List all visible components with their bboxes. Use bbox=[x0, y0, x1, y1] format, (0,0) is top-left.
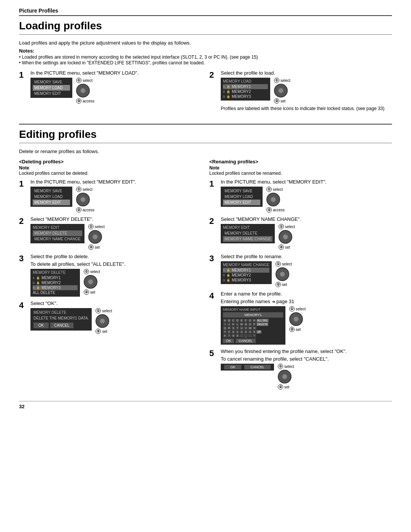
notes-label: Notes: bbox=[19, 48, 392, 54]
rename-step2-menu: MEMORY EDIT MEMORY DELETE MEMORY NAME CH… bbox=[221, 224, 275, 243]
loading-step1-menu-row: MEMORY SAVE MEMORY LOAD MEMORY EDIT ① se… bbox=[30, 78, 202, 104]
rs5-ok-btn[interactable]: OK bbox=[224, 365, 241, 369]
delete-step3: 3 Select the profile to delete. To delet… bbox=[19, 254, 202, 297]
rs2-delete: MEMORY DELETE bbox=[223, 230, 272, 236]
delete-step2-ctrl: ①select ②set bbox=[88, 224, 105, 250]
page-number: 32 bbox=[19, 401, 392, 409]
ds2-name: MEMORY NAME CHANGE bbox=[33, 236, 82, 242]
loading-steps: 1 In the PICTURE menu, select "MEMORY LO… bbox=[19, 70, 392, 117]
loading-step1: 1 In the PICTURE menu, select "MEMORY LO… bbox=[19, 70, 202, 104]
ds3-m1: 1. 🔒MEMORY1 bbox=[33, 275, 78, 280]
delete-step4: 4 Select "OK". MEMORY DELETE DELETE THE … bbox=[19, 300, 202, 334]
delete-step1: 1 In the PICTURE menu, select "MEMORY ED… bbox=[19, 179, 202, 212]
rename-step3-content: Select the profile to rename. MEMORY NAM… bbox=[221, 254, 392, 287]
delete-step2-num: 2 bbox=[19, 216, 27, 225]
loading-step2-number: 2 bbox=[209, 70, 218, 79]
rename-step3-num: 3 bbox=[209, 254, 218, 263]
delete-step2: 2 Select "MEMORY DELETE". MEMORY EDIT ME… bbox=[19, 216, 202, 250]
ds3-m2: 2. 🔒MEMORY2 bbox=[33, 280, 78, 285]
loading-step1-content: In the PICTURE menu, select "MEMORY LOAD… bbox=[30, 70, 202, 104]
loading-step1-menu: MEMORY SAVE MEMORY LOAD MEMORY EDIT bbox=[30, 78, 72, 98]
memory-item-3: 3. 🔒 MEMORY3 bbox=[223, 94, 268, 99]
ctrl-dial-2 bbox=[274, 84, 288, 97]
ctrl-label-access: ② access bbox=[76, 98, 94, 104]
rename-step3: 3 Select the profile to rename. MEMORY N… bbox=[209, 254, 392, 287]
delete-step4-dialog: MEMORY DELETE DELETE THE MEMORY1 DATA. O… bbox=[30, 308, 92, 331]
editing-profiles-title: Editing profiles bbox=[19, 128, 392, 143]
loading-step1-ctrl: ① select ② access bbox=[76, 78, 94, 104]
rs5-cancel-btn[interactable]: CANCEL bbox=[244, 365, 271, 369]
memory-item-1: 1. 🔒 MEMORY1 bbox=[223, 84, 268, 89]
rename-step1-ctrl: ①select ②access bbox=[266, 187, 285, 212]
rename-step1-menu: MEMORY SAVE MEMORY LOAD MEMORY EDIT bbox=[221, 187, 263, 207]
delete-step3-num: 3 bbox=[19, 254, 27, 263]
memory-load-title: MEMORY LOAD bbox=[223, 79, 268, 83]
ds1-edit: MEMORY EDIT bbox=[33, 200, 70, 205]
delete-step4-ctrl: ①select ②set bbox=[96, 308, 112, 334]
rename-step5-ctrl: ①select ②set bbox=[278, 364, 294, 390]
loading-step1-text: In the PICTURE menu, select "MEMORY LOAD… bbox=[30, 70, 202, 76]
ctrl-dial-rs4 bbox=[289, 312, 303, 326]
delete-step1-num: 1 bbox=[19, 179, 27, 188]
delete-step3-menu: MEMORY DELETE 1. 🔒MEMORY1 2. 🔒MEMORY2 3.… bbox=[30, 269, 80, 297]
rename-step1-menu-row: MEMORY SAVE MEMORY LOAD MEMORY EDIT ①sel… bbox=[221, 187, 392, 212]
rename-step5-menu-row: OK CANCEL ①select ②set bbox=[221, 364, 392, 390]
ctrl-label-select: ① select bbox=[76, 78, 92, 83]
menu-item-edit: MEMORY EDIT bbox=[33, 91, 70, 96]
ctrl-dial-ds4 bbox=[96, 314, 109, 328]
ds2-delete: MEMORY DELETE bbox=[33, 230, 82, 236]
rename-step1-text: In the PICTURE menu, select "MEMORY EDIT… bbox=[221, 179, 392, 185]
dialog-title: MEMORY DELETE bbox=[33, 310, 89, 315]
renaming-title: <Renaming profiles> bbox=[209, 159, 392, 165]
rename-step2-content: Select "MEMORY NAME CHANGE". MEMORY EDIT… bbox=[221, 216, 392, 250]
rename-step1: 1 In the PICTURE menu, select "MEMORY ED… bbox=[209, 179, 392, 212]
ctrl-dial-rs2 bbox=[279, 230, 292, 244]
keyboard-row-4: YZ012345 SP bbox=[223, 330, 283, 334]
renaming-note-label: Note bbox=[209, 165, 392, 171]
rs3-m2: 2. 🔒MEMORY2 bbox=[223, 273, 269, 278]
page-container: Picture Profiles Loading profiles Load p… bbox=[0, 0, 411, 425]
delete-step4-num: 4 bbox=[19, 300, 27, 310]
rs3-m3: 3. 🔒MEMORY3 bbox=[223, 278, 269, 283]
loading-step1-number: 1 bbox=[19, 70, 27, 79]
rename-step5-bar: OK CANCEL bbox=[221, 364, 274, 371]
delete-step3-ctrl: ①select ②set bbox=[84, 269, 100, 295]
rename-step4-ctrl: ①select ②set bbox=[289, 306, 306, 332]
rename-step2-menu-row: MEMORY EDIT MEMORY DELETE MEMORY NAME CH… bbox=[221, 224, 392, 250]
ds1-load: MEMORY LOAD bbox=[33, 194, 70, 200]
deleting-note: Locked profiles cannot be deleted. bbox=[19, 171, 202, 176]
editing-columns: <Deleting profiles> Note Locked profiles… bbox=[19, 159, 392, 393]
dialog-ok-btn[interactable]: OK bbox=[33, 323, 49, 328]
name-cancel-btn[interactable]: CANCEL bbox=[236, 339, 256, 343]
rename-step3-menu-row: MEMORY NAME CHANGE 1. 🔒MEMORY1 2. 🔒MEMOR… bbox=[221, 261, 392, 287]
name-input-btns: OK CANCEL bbox=[223, 339, 283, 343]
rename-step5-num: 5 bbox=[209, 348, 218, 358]
rename-step4: 4 Enter a name for the profile. Entering… bbox=[209, 291, 392, 345]
rs2-name: MEMORY NAME CHANGE bbox=[223, 236, 272, 242]
note-item-2: • When the settings are locked in "EXTEN… bbox=[19, 60, 392, 66]
keyboard-row-2: IJKLMNOP DELETE bbox=[223, 323, 283, 326]
deleting-note-label: Note bbox=[19, 165, 202, 171]
dialog-cancel-btn[interactable]: CANCEL bbox=[50, 323, 73, 328]
ds3-all: ALL DELETE bbox=[33, 290, 78, 295]
rename-step2-text: Select "MEMORY NAME CHANGE". bbox=[221, 216, 392, 222]
rename-step5: 5 When you finished entering the profile… bbox=[209, 348, 392, 390]
delete-step1-menu: MEMORY SAVE MEMORY LOAD MEMORY EDIT bbox=[30, 187, 72, 207]
rename-step4-num: 4 bbox=[209, 291, 218, 300]
loading-step2-text: Select the profile to load. bbox=[221, 70, 392, 76]
ctrl-dial-1 bbox=[76, 84, 90, 97]
name-ok-btn[interactable]: OK bbox=[223, 339, 234, 343]
delete-step3-text: Select the profile to delete. bbox=[30, 254, 202, 259]
delete-step1-content: In the PICTURE menu, select "MEMORY EDIT… bbox=[30, 179, 202, 212]
ds3-m3: 3. 🔒MEMORY3 bbox=[33, 285, 78, 290]
delete-step3-menu-row: MEMORY DELETE 1. 🔒MEMORY1 2. 🔒MEMORY2 3.… bbox=[30, 269, 202, 297]
rename-step4-text2: Entering profile names ➜ page 31 bbox=[221, 299, 392, 304]
rename-step1-content: In the PICTURE menu, select "MEMORY EDIT… bbox=[221, 179, 392, 212]
delete-step3-content: Select the profile to delete. To delete … bbox=[30, 254, 202, 297]
deleting-title: <Deleting profiles> bbox=[19, 159, 202, 165]
rename-step5-text2: To cancel renaming the profile, select "… bbox=[221, 356, 392, 362]
ds1-save: MEMORY SAVE bbox=[33, 188, 70, 194]
ctrl-dial-ds3 bbox=[84, 275, 97, 289]
renaming-col: <Renaming profiles> Note Locked profiles… bbox=[209, 159, 392, 393]
loading-step1-col: 1 In the PICTURE menu, select "MEMORY LO… bbox=[19, 70, 202, 117]
